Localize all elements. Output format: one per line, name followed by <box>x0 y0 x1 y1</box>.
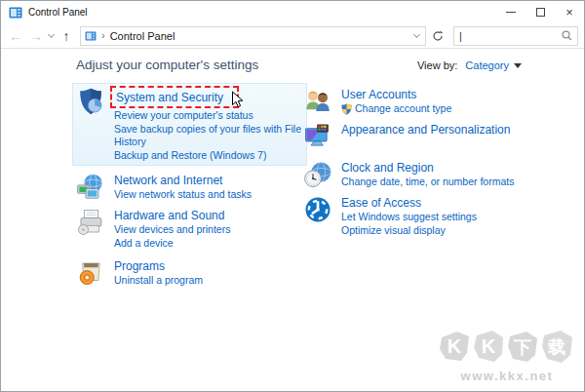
refresh-button[interactable] <box>428 26 448 46</box>
category-column-right: User Accounts Change account type <box>303 87 549 294</box>
category-title[interactable]: Programs <box>114 259 203 274</box>
category-title[interactable]: System and Security <box>116 91 223 104</box>
user-accounts-icon <box>303 87 332 116</box>
category-ease-of-access[interactable]: Ease of Access Let Windows suggest setti… <box>303 195 549 237</box>
window-title: Control Panel <box>28 7 88 18</box>
ease-of-access-icon <box>303 195 332 224</box>
watermark-char: K <box>482 335 496 357</box>
dropdown-triangle-icon[interactable] <box>514 63 522 68</box>
category-clock-and-region[interactable]: Clock and Region Change date, time, or n… <box>303 160 549 189</box>
category-link[interactable]: Let Windows suggest settings <box>341 211 477 224</box>
programs-box-icon <box>76 258 105 288</box>
breadcrumb-separator: › <box>101 29 105 41</box>
up-arrow-icon: ↑ <box>63 29 70 43</box>
search-icon <box>562 30 572 41</box>
text-caret: | <box>459 30 462 42</box>
category-link[interactable]: Change date, time, or number formats <box>341 176 514 189</box>
chevron-down-icon <box>47 30 54 37</box>
breadcrumb-item-control-panel[interactable]: Control Panel <box>110 30 176 42</box>
category-column-left: System and Security Review your computer… <box>76 87 303 294</box>
category-link-label[interactable]: Change account type <box>355 102 451 116</box>
category-hardware-and-sound[interactable]: Hardware and Sound View devices and prin… <box>76 208 303 250</box>
watermark-site: www.kkx.net <box>438 369 576 383</box>
category-link[interactable]: Optimize visual display <box>341 224 477 238</box>
category-link[interactable]: Review your computer's status <box>114 109 303 123</box>
breadcrumb-dropdown-button[interactable] <box>412 35 421 37</box>
category-title[interactable]: User Accounts <box>341 88 451 102</box>
category-system-and-security[interactable]: System and Security Review your computer… <box>72 83 307 166</box>
maximize-icon <box>536 8 545 17</box>
category-title[interactable]: Network and Internet <box>114 174 252 188</box>
back-arrow-icon: ← <box>9 29 22 43</box>
page-title: Adjust your computer's settings <box>76 58 258 72</box>
view-by-control: View by: Category <box>417 59 522 71</box>
category-user-accounts[interactable]: User Accounts Change account type <box>303 87 549 116</box>
titlebar: Control Panel × <box>1 1 584 23</box>
address-bar: ← → ↑ › Control Panel | <box>1 23 584 49</box>
category-network-and-internet[interactable]: Network and Internet View network status… <box>76 173 303 202</box>
category-appearance-and-personalization[interactable]: Appearance and Personalization <box>303 122 549 151</box>
security-shield-icon <box>76 87 105 116</box>
watermark-logo: K K 下 载 <box>438 330 576 365</box>
close-button[interactable]: × <box>555 1 584 23</box>
category-title[interactable]: Ease of Access <box>341 196 477 211</box>
refresh-icon <box>432 30 444 42</box>
category-title[interactable]: Hardware and Sound <box>114 209 230 223</box>
search-input[interactable]: | <box>453 26 578 46</box>
breadcrumb[interactable]: › Control Panel <box>80 26 426 46</box>
category-title[interactable]: Clock and Region <box>341 161 514 176</box>
chevron-down-icon <box>413 30 420 37</box>
clock-region-icon <box>303 160 332 189</box>
view-by-value[interactable]: Category <box>465 59 509 71</box>
watermark-char: K <box>448 335 462 357</box>
category-link[interactable]: Save backup copies of your files with Fi… <box>114 123 303 149</box>
minimize-button[interactable] <box>496 1 526 23</box>
watermark: K K 下 载 www.kkx.net <box>438 330 576 383</box>
control-panel-window: Control Panel × ← → ↑ › Control Panel <box>0 0 585 392</box>
minimize-icon <box>506 12 516 13</box>
category-link[interactable]: Add a device <box>114 237 230 251</box>
mouse-cursor-icon <box>231 91 244 108</box>
main-panel: Adjust your computer's settings View by:… <box>1 49 584 391</box>
recent-pages-button[interactable] <box>46 25 56 47</box>
forward-arrow-icon: → <box>29 29 43 43</box>
back-button[interactable]: ← <box>5 25 26 47</box>
maximize-button[interactable] <box>526 1 555 23</box>
category-link[interactable]: View network status and tasks <box>114 188 252 202</box>
category-title[interactable]: Appearance and Personalization <box>341 123 510 137</box>
view-by-label: View by: <box>417 59 457 71</box>
category-link[interactable]: Backup and Restore (Windows 7) <box>114 149 303 163</box>
up-button[interactable]: ↑ <box>56 25 77 47</box>
appearance-icon <box>303 122 332 151</box>
watermark-char: 载 <box>547 337 566 357</box>
control-panel-icon <box>9 7 22 19</box>
uac-shield-icon <box>341 103 352 115</box>
control-panel-small-icon <box>85 31 97 41</box>
watermark-char: 下 <box>513 337 531 357</box>
selection-dashed-box: System and Security <box>110 86 239 108</box>
category-link[interactable]: Uninstall a program <box>114 274 203 288</box>
network-icon <box>76 173 105 202</box>
close-icon: × <box>566 6 573 19</box>
category-programs[interactable]: Programs Uninstall a program <box>76 258 303 288</box>
category-link[interactable]: Change account type <box>341 102 451 116</box>
forward-button[interactable]: → <box>26 25 46 47</box>
printer-icon <box>76 208 105 237</box>
category-link[interactable]: View devices and printers <box>114 223 230 237</box>
